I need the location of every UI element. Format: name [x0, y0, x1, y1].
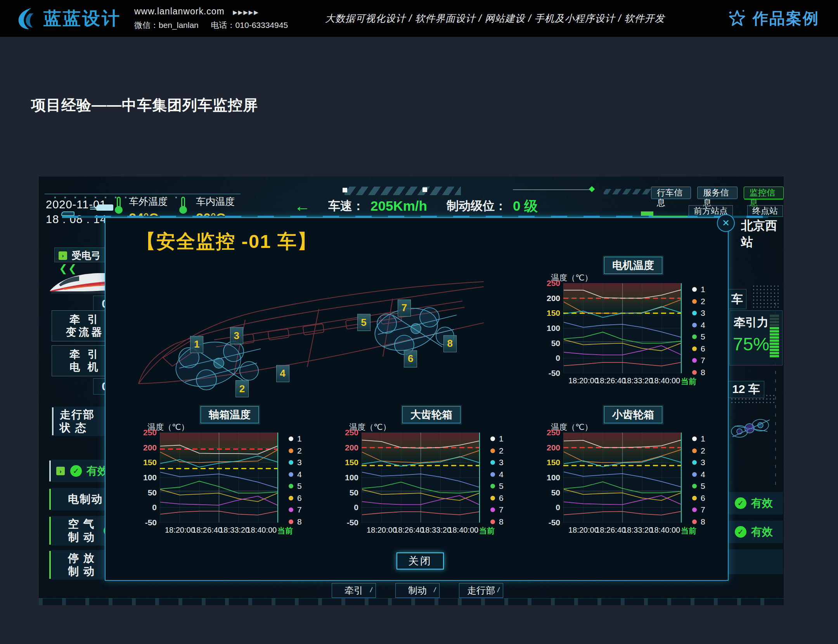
y-tick: 100: [137, 473, 157, 482]
legend-dot-icon: [692, 448, 697, 453]
axle-marker-7[interactable]: 7: [398, 299, 411, 317]
legend-item: 6: [692, 493, 705, 503]
logo[interactable]: 蓝蓝设计: [15, 7, 121, 31]
tab-服务信息[interactable]: 服务信息: [697, 187, 737, 199]
chart-legend: 12345678: [692, 434, 705, 526]
legend-dot-icon: [692, 484, 697, 488]
axle-marker-5[interactable]: 5: [357, 314, 371, 331]
portfolio-label: 作品案例: [753, 8, 819, 29]
tab-行车信息[interactable]: 行车信息: [651, 187, 691, 199]
x-tick: 18:20:00: [568, 526, 599, 535]
back-arrow-icon[interactable]: ←: [294, 197, 310, 215]
legend-item: 5: [490, 481, 504, 491]
x-tick: 18:26:40: [596, 526, 626, 535]
speed-brake-bar: ← 车速： 205Km/h 制动级位： 0 级: [294, 197, 538, 215]
legend-dot-icon: [490, 472, 495, 477]
air-brake-line2: 制 动: [68, 531, 95, 544]
gauge-segment: [770, 330, 779, 332]
y-tick: 0: [540, 353, 560, 363]
axle-marker-6[interactable]: 6: [404, 350, 417, 367]
legend-dot-icon: [289, 507, 293, 512]
y-tick: -50: [540, 518, 560, 527]
legend-item: 7: [692, 505, 705, 514]
y-tick: 0: [540, 503, 560, 512]
y-tick: 250: [540, 279, 560, 288]
safety-monitor-modal: ✕ 【安全监控 -01 车】: [105, 217, 729, 581]
check-icon: ✓: [70, 465, 82, 477]
deco-dots: [752, 284, 779, 308]
gauge-segment: [770, 346, 779, 348]
legend-dot-icon: [692, 346, 697, 351]
x-tick: 18:40:00: [246, 526, 277, 535]
air-brake-line1: 空 气: [68, 518, 95, 531]
thermometer-icon: [179, 197, 187, 214]
y-tick: 50: [137, 488, 157, 497]
bottom-tab-走行部[interactable]: 走行部: [459, 583, 503, 598]
axle-marker-3[interactable]: 3: [230, 327, 243, 344]
x-tick: 18:40:00: [650, 376, 680, 385]
valid-label: 有效: [751, 525, 773, 539]
x-tick: 18:40:00: [448, 526, 478, 535]
legend-dot-icon: [692, 507, 697, 512]
legend-item: 1: [289, 434, 302, 443]
legend-item: 2: [692, 446, 705, 455]
legend-dot-icon: [289, 460, 293, 465]
legend-item: 6: [289, 493, 302, 503]
legend-item: 4: [692, 470, 705, 479]
website-link[interactable]: www.lanlanwork.com: [134, 6, 225, 16]
legend-item: 7: [289, 505, 302, 514]
legend-item: 8: [692, 368, 705, 377]
check-icon: ✓: [735, 497, 746, 509]
services-nav: 大数据可视化设计 / 软件界面设计 / 网站建设 / 手机及小程序设计 / 软件…: [325, 12, 665, 25]
legend-item: 2: [289, 446, 302, 455]
gauge-segment: [770, 333, 779, 336]
y-tick: -50: [540, 369, 560, 378]
legend-dot-icon: [692, 472, 697, 477]
axle-marker-2[interactable]: 2: [235, 380, 249, 397]
x-tick: 18:33:20: [219, 526, 249, 535]
legend-dot-icon: [692, 496, 697, 500]
tab-监控信息[interactable]: 监控信息: [744, 187, 784, 199]
inside-temp-label: 车内温度: [196, 195, 235, 208]
y-tick: 100: [540, 324, 560, 333]
brake-level-value: 0 级: [513, 197, 538, 215]
y-tick: 250: [540, 428, 560, 437]
close-button[interactable]: 关闭: [396, 552, 444, 570]
bottom-tab-牵引[interactable]: 牵引: [332, 583, 376, 598]
gauge-segment: [770, 318, 779, 320]
legend-item: 3: [289, 458, 302, 467]
legend-dot-icon: [692, 299, 697, 304]
legend-item: 8: [289, 517, 302, 526]
valid-status-row-right: ✓ 有效: [729, 492, 783, 514]
legend-dot-icon: [692, 370, 697, 375]
bottom-tab-制动[interactable]: 制动: [395, 583, 440, 598]
legend-dot-icon: [692, 358, 697, 363]
close-icon[interactable]: ✕: [717, 214, 735, 232]
y-tick: 250: [338, 428, 358, 437]
empty-status-row: [729, 549, 783, 574]
chart-legend: 12345678: [289, 434, 302, 526]
logo-icon: [15, 7, 39, 31]
legend-dot-icon: [289, 472, 293, 477]
legend-item: 8: [692, 517, 705, 526]
time-value: 18 : 08 : 14: [46, 212, 107, 227]
parking-brake-line1: 停 放: [68, 552, 95, 565]
chart-title: 小齿轮箱: [604, 406, 662, 423]
logo-text: 蓝蓝设计: [43, 7, 121, 31]
axle-marker-8[interactable]: 8: [443, 335, 457, 352]
axle-marker-4[interactable]: 4: [276, 365, 289, 382]
portfolio-link[interactable]: 作品案例: [727, 8, 819, 29]
bogie-status-line1: 走行部: [60, 408, 95, 421]
wechat-label: 微信：ben_lanlan: [134, 21, 199, 29]
car-tag: 车: [728, 289, 746, 309]
legend-item: 1: [692, 285, 705, 294]
deco-line: [513, 189, 590, 190]
axle-marker-1[interactable]: 1: [190, 336, 203, 353]
train-icon: [90, 203, 113, 213]
x-tick-current: 当前: [277, 526, 293, 536]
traction-force-label: 牵引力: [734, 315, 769, 331]
traction-force-value: 75%: [733, 333, 769, 355]
train-monitor-screen: 2020-11-01 18 : 08 : 14 车外温度 24°C 车内温度 2…: [39, 177, 784, 605]
x-tick: 18:20:00: [367, 526, 397, 535]
legend-dot-icon: [490, 436, 495, 441]
